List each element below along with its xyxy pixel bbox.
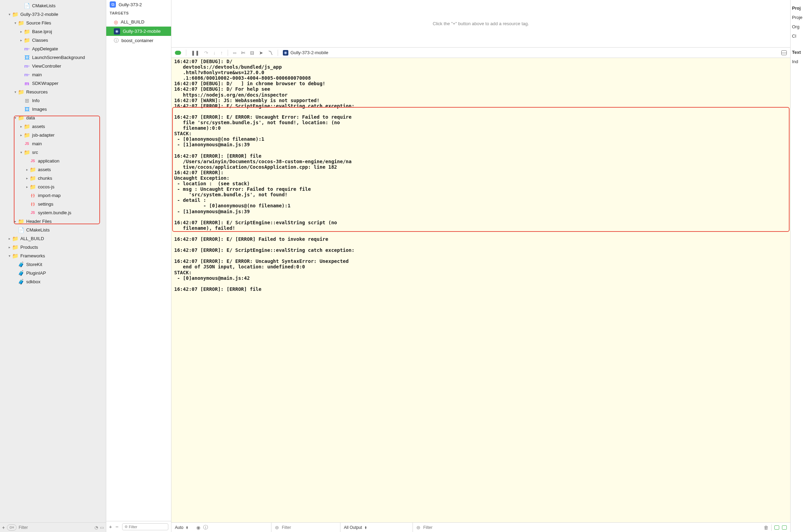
disclosure-triangle[interactable] [19, 47, 23, 51]
trash-icon[interactable]: 🗑 [764, 525, 769, 530]
disclosure-triangle[interactable]: ▸ [7, 245, 11, 249]
disclosure-triangle[interactable]: ▸ [19, 125, 23, 129]
disclosure-triangle[interactable]: ▸ [7, 237, 11, 241]
file-tree[interactable]: 📄CMakeLists▾📁Gully-373-2-mobile▾📁Source … [0, 0, 106, 522]
scissors-icon[interactable]: ✄ [241, 50, 245, 56]
tree-item-resources[interactable]: ▾📁Resources [0, 88, 106, 96]
auto-select[interactable]: Auto [175, 525, 184, 530]
tree-item-cocos-js[interactable]: ▸📁cocos-js [0, 183, 106, 191]
disclosure-triangle[interactable]: ▸ [19, 30, 23, 34]
disclosure-triangle[interactable] [19, 73, 23, 77]
disclosure-triangle[interactable] [19, 99, 23, 103]
disclosure-triangle[interactable] [13, 280, 17, 284]
disclosure-triangle[interactable] [25, 202, 29, 206]
disclosure-triangle[interactable]: ▸ [19, 133, 23, 137]
disclosure-triangle[interactable] [25, 194, 29, 198]
disclosure-triangle[interactable] [13, 263, 17, 267]
tree-item-sdkbox[interactable]: 🧳sdkbox [0, 277, 106, 286]
output-select[interactable]: All Output [344, 525, 362, 530]
tree-item-cmakelists[interactable]: 📄CMakeLists [0, 226, 106, 234]
tree-item-classes[interactable]: ▸📁Classes [0, 36, 106, 45]
tree-item-data[interactable]: ▾📁data [0, 114, 106, 122]
step-over-icon[interactable]: ↷ [204, 50, 208, 56]
disclosure-triangle[interactable]: ▾ [7, 12, 11, 17]
navigator-filter-input[interactable] [19, 525, 92, 530]
scm-filter-icon[interactable]: ▭ [100, 525, 104, 530]
tree-item-assets[interactable]: ▸📁assets [0, 122, 106, 131]
add-target-button[interactable]: + [109, 524, 112, 530]
disclosure-triangle[interactable] [19, 4, 23, 8]
recent-filter-icon[interactable]: ◔ [95, 525, 98, 530]
disclosure-triangle[interactable]: ▾ [13, 116, 17, 120]
pause-icon[interactable]: ❚❚ [191, 50, 199, 56]
disclosure-triangle[interactable]: ▸ [25, 176, 29, 180]
tree-item-cmakelists[interactable]: 📄CMakeLists [0, 1, 106, 10]
disclosure-triangle[interactable]: ▸ [25, 168, 29, 172]
targets-filter-input[interactable] [129, 525, 166, 529]
tree-item-source-files[interactable]: ▾📁Source Files [0, 19, 106, 27]
console-filter-input[interactable] [423, 525, 757, 530]
tree-item-application[interactable]: JSapplication [0, 157, 106, 165]
tree-item-main[interactable]: JSmain [0, 139, 106, 148]
info-icon[interactable]: ⓘ [203, 524, 208, 531]
inspector-row[interactable]: Proje [791, 13, 803, 22]
step-out-icon[interactable]: ↑ [220, 50, 223, 56]
disclosure-triangle[interactable]: ▾ [19, 150, 23, 155]
disclosure-triangle[interactable]: ▾ [13, 21, 17, 25]
console-output[interactable]: 16:42:07 [DEBUG]: D/ devtools://devtools… [171, 58, 790, 522]
tree-item-images[interactable]: 🖼Images [0, 105, 106, 114]
tree-item-header-files[interactable]: ▸📁Header Files [0, 217, 106, 226]
target-gully-373-2-mobile[interactable]: ◉Gully-373-2-mobile [106, 27, 171, 36]
tree-item-chunks[interactable]: ▸📁chunks [0, 174, 106, 183]
left-pane-toggle[interactable] [774, 525, 779, 530]
location-icon[interactable]: ➤ [259, 50, 263, 56]
disclosure-triangle[interactable] [19, 107, 23, 111]
debug-breadcrumb[interactable]: ◉ Gully-373-2-mobile [283, 50, 328, 56]
disclosure-triangle[interactable] [13, 271, 17, 275]
inspector-row[interactable]: Org [791, 22, 803, 31]
disclosure-triangle[interactable] [19, 56, 23, 60]
tree-item-assets[interactable]: ▸📁assets [0, 165, 106, 174]
tree-item-main[interactable]: m+main [0, 70, 106, 79]
tree-item-storekit[interactable]: 🧳StoreKit [0, 260, 106, 269]
tree-item-pluginiap[interactable]: 🧳PluginIAP [0, 269, 106, 277]
disclosure-triangle[interactable]: ▸ [19, 38, 23, 42]
tree-item-all-build[interactable]: ▸📁ALL_BUILD [0, 234, 106, 243]
disclosure-triangle[interactable]: ▸ [13, 219, 17, 224]
variables-filter-input[interactable] [282, 525, 337, 530]
tree-item-launchscreenbackground[interactable]: 🖼LaunchScreenBackground [0, 53, 106, 62]
disclosure-triangle[interactable] [25, 159, 29, 163]
target-boost-container[interactable]: ⓘboost_container [106, 36, 171, 45]
disclosure-triangle[interactable]: ▸ [25, 185, 29, 189]
tree-item-viewcontroller[interactable]: m+ViewController [0, 62, 106, 70]
disclosure-triangle[interactable]: ▾ [13, 90, 17, 94]
breakpoints-toggle[interactable] [175, 51, 181, 55]
tree-item-jsb-adapter[interactable]: ▸📁jsb-adapter [0, 131, 106, 139]
view-debug-icon[interactable]: ▫▫ [233, 50, 236, 56]
inspector-row[interactable]: Ind [791, 57, 803, 66]
project-row[interactable]: ⧉ Gully-373-2 [106, 0, 171, 9]
tree-item-src[interactable]: ▾📁src [0, 148, 106, 157]
disclosure-triangle[interactable]: ▾ [7, 254, 11, 258]
tree-item-base-lproj[interactable]: ▸📁Base.lproj [0, 27, 106, 36]
tree-item-import-map[interactable]: {·}import-map [0, 191, 106, 200]
tree-item-appdelegate[interactable]: m+AppDelegate [0, 45, 106, 53]
disclosure-triangle[interactable] [19, 81, 23, 86]
tree-item-products[interactable]: ▸📁Products [0, 243, 106, 252]
add-file-button[interactable]: + [2, 525, 5, 530]
eye-icon[interactable]: ◉ [196, 525, 200, 530]
tree-item-info[interactable]: ⊞Info [0, 96, 106, 105]
memory-graph-icon[interactable]: ⊟ [250, 50, 254, 56]
tree-item-system-bundle-js[interactable]: JSsystem.bundle.js [0, 208, 106, 217]
disclosure-triangle[interactable] [25, 211, 29, 215]
tree-item-frameworks[interactable]: ▾📁Frameworks [0, 252, 106, 260]
disclosure-triangle[interactable] [19, 142, 23, 146]
right-pane-toggle[interactable] [782, 525, 787, 530]
inspector-row[interactable]: Cl [791, 31, 803, 41]
filter-scope-pill[interactable]: ⊙≡ [7, 524, 17, 531]
toggle-bottom-panel-icon[interactable] [781, 50, 787, 55]
tree-item-sdkwrapper[interactable]: mSDKWrapper [0, 79, 106, 88]
disclosure-triangle[interactable] [13, 228, 17, 232]
target-all-build[interactable]: ◎ALL_BUILD [106, 17, 171, 27]
remove-target-button[interactable]: − [116, 524, 119, 530]
